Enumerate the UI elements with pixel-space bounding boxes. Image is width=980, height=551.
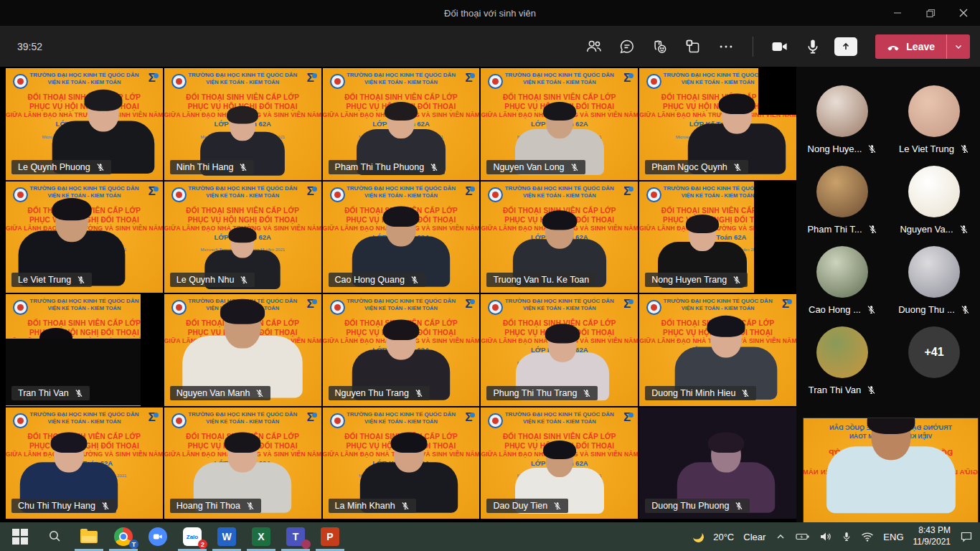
video-tile[interactable]: TRƯỜNG ĐẠI HỌC KINH TẾ QUỐC DÂN VIỆN KẾ … (639, 408, 796, 519)
taskbar-app-p[interactable]: P (313, 522, 347, 551)
self-view-tile[interactable]: TRƯỜNG ĐẠI HỌC KINH TẾ QUỐC DÂN VIỆN KẾ … (803, 418, 979, 523)
participant-name: Phung Thi Thu Trang (493, 388, 577, 398)
leave-button[interactable]: Leave (875, 34, 946, 59)
video-tile[interactable]: TRƯỜNG ĐẠI HỌC KINH TẾ QUỐC DÂN VIỆN KẾ … (323, 68, 480, 180)
sidebar-participant[interactable]: Cao Hong ... (796, 246, 888, 326)
taskbar-app-x[interactable]: X (244, 522, 278, 551)
taskbar-weather-condition[interactable]: Clear (743, 532, 765, 542)
office-app-icon: X (252, 527, 270, 546)
sidebar-overflow[interactable]: +41 (888, 326, 980, 407)
sidebar-participant[interactable]: Duong Thu ... (888, 246, 980, 326)
system-tray: 20°C Clear ENG 8:43 PM 11/9/2021 (693, 525, 980, 547)
banner-university: TRƯỜNG ĐẠI HỌC KINH TẾ QUỐC DÂN (481, 298, 638, 305)
video-tile[interactable]: TRƯỜNG ĐẠI HỌC KINH TẾ QUỐC DÂN VIỆN KẾ … (323, 294, 480, 406)
minimize-button[interactable] (881, 0, 914, 26)
video-tile[interactable]: TRƯỜNG ĐẠI HỌC KINH TẾ QUỐC DÂN VIỆN KẾ … (164, 182, 321, 293)
participant-name: Tran Thi Van (18, 388, 69, 398)
banner-institute: VIỆN KẾ TOÁN - KIỂM TOÁN (481, 192, 638, 199)
participant-nametag: Ninh Thi Hang (170, 160, 255, 174)
sidebar-participant[interactable]: Pham Thi T... (796, 166, 888, 246)
breakout-rooms-button[interactable] (679, 33, 707, 60)
mic-off-icon (735, 501, 743, 510)
restore-button[interactable] (914, 0, 947, 26)
participant-name: Le Viet Trung (18, 275, 71, 285)
participant-nametag: Le Viet Trung (11, 273, 92, 287)
action-center-icon[interactable] (960, 531, 973, 542)
reactions-button[interactable] (646, 33, 674, 60)
hidden-icons-chevron[interactable] (775, 531, 786, 542)
neu-logo-icon (13, 74, 28, 89)
banner-institute: VIỆN KẾ TOÁN - KIỂM TOÁN (481, 79, 638, 86)
taskbar-start-icon[interactable] (3, 522, 37, 551)
mic-off-icon (410, 276, 419, 284)
banner-red-line1: ĐỐI THOẠI SINH VIÊN CẤP LỚP (164, 206, 321, 215)
video-tile[interactable]: TRƯỜNG ĐẠI HỌC KINH TẾ QUỐC DÂN VIỆN KẾ … (164, 408, 321, 519)
participant-nametag: Nong Huyen Trang (645, 273, 748, 287)
participant-nametag: Tran Thi Van (11, 386, 90, 400)
clock[interactable]: 8:43 PM 11/9/2021 (913, 525, 951, 547)
leave-options-button[interactable] (946, 34, 970, 59)
video-tile[interactable]: TRƯỜNG ĐẠI HỌC KINH TẾ QUỐC DÂN VIỆN KẾ … (323, 408, 480, 519)
taskbar-search-icon[interactable] (37, 522, 72, 551)
participants-button[interactable] (580, 33, 608, 60)
meeting-timer: 39:52 (17, 41, 42, 52)
mic-off-icon (741, 389, 750, 397)
battery-icon[interactable] (796, 531, 810, 542)
taskbar-zalo-icon[interactable]: Zalo2 (175, 522, 209, 551)
participant-nametag: Nguyen Thu Trang (329, 386, 430, 400)
taskbar-app-t[interactable]: T (278, 522, 313, 551)
saa-sigma-logo-icon: Σ (465, 184, 472, 199)
banner-red-line1: ĐỐI THOẠI SINH VIÊN CẤP LỚP (481, 432, 638, 441)
video-tile[interactable]: TRƯỜNG ĐẠI HỌC KINH TẾ QUỐC DÂN VIỆN KẾ … (639, 68, 796, 180)
taskbar-chrome-icon[interactable]: T (106, 522, 141, 551)
banner-institute: VIỆN KẾ TOÁN - KIỂM TOÁN (323, 418, 480, 425)
video-tile[interactable]: TRƯỜNG ĐẠI HỌC KINH TẾ QUỐC DÂN VIỆN KẾ … (481, 294, 638, 406)
sidebar-participant[interactable]: Le Viet Trung (888, 85, 980, 166)
mic-off-icon (732, 276, 741, 284)
neu-logo-icon (330, 413, 345, 428)
share-screen-button[interactable] (832, 33, 859, 60)
neu-logo-icon (171, 74, 187, 89)
banner-red-line1: ĐỐI THOẠI SINH VIÊN CẤP LỚP (6, 319, 163, 328)
saa-sigma-logo-icon: Σ (149, 184, 156, 199)
mic-off-icon (867, 305, 876, 314)
close-button[interactable] (947, 0, 980, 26)
neu-logo-icon (330, 187, 345, 202)
language-indicator[interactable]: ENG (883, 532, 903, 542)
sidebar-participant[interactable]: Nguyen Va... (888, 166, 980, 246)
participant-name: Ninh Thi Hang (176, 162, 234, 172)
taskbar-zoom-app-icon[interactable] (141, 522, 175, 551)
taskbar-app-w[interactable]: W (209, 522, 244, 551)
camera-button[interactable] (766, 33, 793, 60)
avatar (908, 166, 960, 217)
saa-sigma-logo-icon: Σ (465, 71, 472, 85)
sidebar-participant[interactable]: Nong Huye... (796, 85, 888, 166)
microphone-tray-icon[interactable] (842, 531, 852, 542)
video-tile[interactable]: TRƯỜNG ĐẠI HỌC KINH TẾ QUỐC DÂN VIỆN KẾ … (323, 182, 480, 293)
camera-off-area (141, 294, 163, 406)
video-tile[interactable]: TRƯỜNG ĐẠI HỌC KINH TẾ QUỐC DÂN VIỆN KẾ … (164, 294, 321, 406)
wifi-icon[interactable] (861, 531, 874, 542)
microphone-button[interactable] (799, 33, 826, 60)
saa-sigma-logo-icon: Σ (465, 297, 472, 311)
video-tile[interactable]: TRƯỜNG ĐẠI HỌC KINH TẾ QUỐC DÂN VIỆN KẾ … (6, 408, 163, 519)
video-tile[interactable]: TRƯỜNG ĐẠI HỌC KINH TẾ QUỐC DÂN VIỆN KẾ … (639, 294, 796, 406)
volume-icon[interactable] (819, 531, 832, 542)
participant-name: Duong Thu ... (898, 304, 955, 315)
more-actions-button[interactable] (712, 33, 740, 60)
taskbar-explorer-icon[interactable] (72, 522, 106, 551)
participant-name: Le Quynh Nhu (176, 275, 235, 285)
video-tile[interactable]: TRƯỜNG ĐẠI HỌC KINH TẾ QUỐC DÂN VIỆN KẾ … (481, 68, 638, 180)
video-tile[interactable]: TRƯỜNG ĐẠI HỌC KINH TẾ QUỐC DÂN VIỆN KẾ … (481, 182, 638, 293)
sidebar-participant[interactable]: Tran Thi Van (796, 326, 888, 407)
banner-university: TRƯỜNG ĐẠI HỌC KINH TẾ QUỐC DÂN (323, 72, 480, 79)
video-tile[interactable]: TRƯỜNG ĐẠI HỌC KINH TẾ QUỐC DÂN VIỆN KẾ … (481, 408, 638, 519)
saa-sigma-logo-icon: Σ (149, 410, 156, 425)
video-tile[interactable]: TRƯỜNG ĐẠI HỌC KINH TẾ QUỐC DÂN VIỆN KẾ … (6, 182, 163, 293)
video-tile[interactable]: TRƯỜNG ĐẠI HỌC KINH TẾ QUỐC DÂN VIỆN KẾ … (6, 68, 163, 180)
taskbar-temperature[interactable]: 20°C (713, 532, 734, 542)
chat-button[interactable] (613, 33, 641, 60)
video-tile[interactable]: TRƯỜNG ĐẠI HỌC KINH TẾ QUỐC DÂN VIỆN KẾ … (639, 182, 796, 293)
video-tile[interactable]: TRƯỜNG ĐẠI HỌC KINH TẾ QUỐC DÂN VIỆN KẾ … (6, 294, 163, 406)
video-tile[interactable]: TRƯỜNG ĐẠI HỌC KINH TẾ QUỐC DÂN VIỆN KẾ … (164, 68, 321, 180)
